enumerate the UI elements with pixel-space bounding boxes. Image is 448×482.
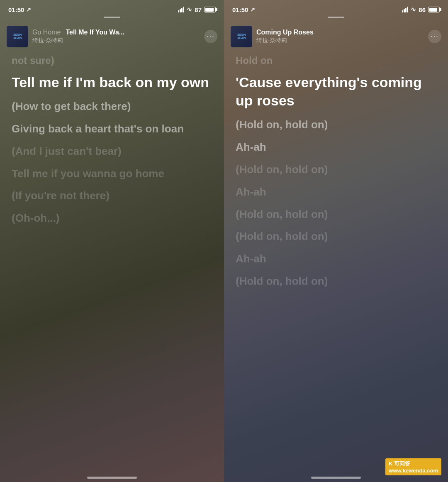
right-album-art[interactable]: BEGINAGAIN	[231, 26, 252, 47]
right-status-bar: 01:50 ↗ ∿ 86	[224, 0, 448, 17]
right-album-cover: BEGINAGAIN	[231, 26, 252, 47]
right-lyric-9: (Hold on, hold on)	[236, 274, 436, 289]
right-album-text: BEGINAGAIN	[237, 33, 246, 39]
right-status-left: 01:50 ↗	[232, 6, 255, 13]
left-lyric-6: (If you're not there)	[12, 189, 212, 203]
left-track-artist: 绮拉·奈特莉	[32, 37, 200, 44]
left-tab-tell-me[interactable]: Tell Me If You Wa...	[66, 29, 124, 36]
left-wifi-icon: ∿	[187, 6, 192, 13]
left-tab-go-home[interactable]: Go Home	[32, 29, 61, 36]
left-battery-icon	[204, 7, 216, 12]
right-lyric-5: Ah-ah	[236, 185, 436, 199]
left-more-button[interactable]: ···	[204, 30, 217, 43]
right-battery-number: 86	[419, 6, 426, 13]
left-status-bar: 01:50 ↗ ∿ 87	[0, 0, 224, 17]
left-signal-icon	[178, 7, 184, 12]
right-lyric-4: (Hold on, hold on)	[236, 163, 436, 177]
left-status-right: ∿ 87	[178, 6, 216, 13]
right-track-tabs[interactable]: Coming Up Roses	[256, 29, 424, 36]
left-battery-number: 87	[195, 6, 202, 13]
right-signal-icon	[402, 7, 408, 12]
right-track-artist: 绮拉·奈特莉	[256, 37, 424, 44]
right-wifi-icon: ∿	[411, 6, 416, 13]
right-lyric-0: Hold on	[236, 55, 436, 66]
watermark-site: 可问答	[394, 460, 410, 467]
right-more-icon: ···	[431, 33, 438, 40]
right-status-right: ∿ 86	[402, 6, 440, 13]
right-lyrics-container: Hold on 'Cause everything's coming up ro…	[224, 51, 448, 477]
right-lyric-6: (Hold on, hold on)	[236, 208, 436, 222]
left-lyric-5: Tell me if you wanna go home	[12, 167, 212, 181]
left-lyric-7: (Oh-oh...)	[12, 211, 212, 225]
right-tab-coming-up-roses[interactable]: Coming Up Roses	[256, 29, 314, 36]
left-location-icon: ↗	[26, 6, 31, 13]
left-status-left: 01:50 ↗	[8, 6, 31, 13]
right-battery-icon	[428, 7, 440, 12]
left-album-cover: BEGINAGAIN	[7, 26, 28, 47]
watermark-url: www.kewenda.com	[389, 467, 438, 474]
left-phone-panel: 01:50 ↗ ∿ 87 BEGINAGAIN G	[0, 0, 224, 482]
right-location-icon: ↗	[250, 6, 255, 13]
right-battery-fill	[429, 8, 438, 12]
left-track-tabs[interactable]: Go Home Tell Me If You Wa...	[32, 29, 200, 36]
left-bottom-bar	[87, 477, 137, 479]
left-lyric-0: not sure)	[12, 55, 212, 66]
left-drag-handle	[104, 17, 120, 18]
watermark: K 可问答 www.kewenda.com	[385, 458, 441, 475]
right-time: 01:50	[232, 6, 248, 13]
left-time: 01:50	[8, 6, 24, 13]
left-battery-fill	[205, 8, 214, 12]
right-lyric-2: (Hold on, hold on)	[236, 118, 436, 132]
right-more-button[interactable]: ···	[428, 30, 441, 43]
right-phone-panel: 01:50 ↗ ∿ 86 BEGINAGAIN C	[224, 0, 448, 482]
left-lyric-1: Tell me if I'm back on my own	[12, 73, 212, 91]
right-lyric-1: 'Cause everything's coming up roses	[236, 73, 436, 110]
right-drag-handle	[328, 17, 344, 18]
left-lyrics-container: not sure) Tell me if I'm back on my own …	[0, 51, 224, 477]
right-lyric-7: (Hold on, hold on)	[236, 230, 436, 244]
left-lyric-4: (And I just can't bear)	[12, 144, 212, 159]
left-track-info: Go Home Tell Me If You Wa... 绮拉·奈特莉	[32, 29, 200, 44]
left-more-icon: ···	[207, 33, 214, 40]
right-bottom-bar	[311, 477, 361, 479]
right-lyric-3: Ah-ah	[236, 140, 436, 154]
right-track-info: Coming Up Roses 绮拉·奈特莉	[256, 29, 424, 44]
watermark-brand: K	[389, 460, 392, 467]
left-lyric-3: Giving back a heart that's on loan	[12, 122, 212, 136]
left-album-art[interactable]: BEGINAGAIN	[7, 26, 28, 47]
left-lyric-2: (How to get back there)	[12, 100, 212, 114]
left-now-playing-bar[interactable]: BEGINAGAIN Go Home Tell Me If You Wa... …	[0, 22, 224, 51]
left-album-text: BEGINAGAIN	[13, 33, 22, 39]
right-lyric-8: Ah-ah	[236, 252, 436, 266]
right-now-playing-bar[interactable]: BEGINAGAIN Coming Up Roses 绮拉·奈特莉 ···	[224, 22, 448, 51]
